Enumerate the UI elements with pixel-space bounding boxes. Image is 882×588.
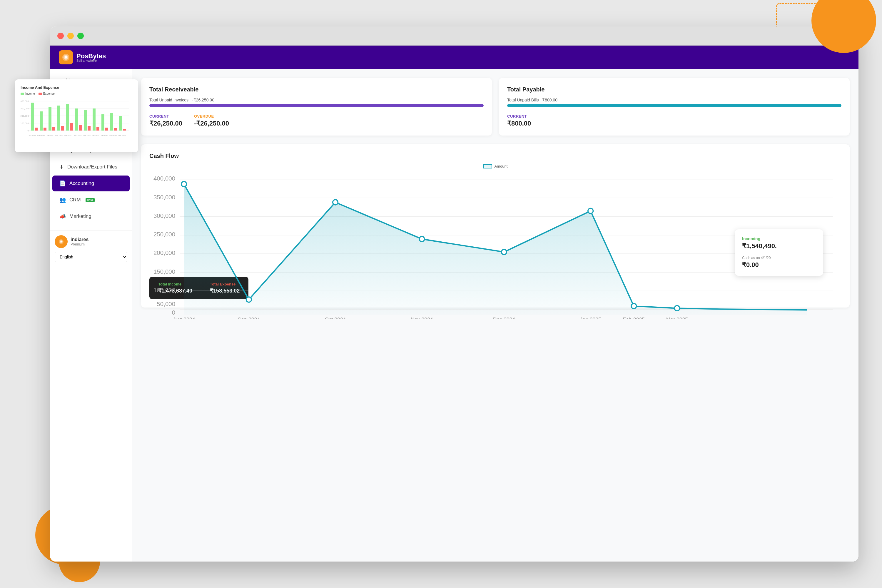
svg-text:100,000: 100,000 — [153, 286, 175, 293]
legend-box — [483, 164, 492, 168]
total-receivable-card: Total Receiveable Total Unpaid Invoices … — [141, 78, 492, 135]
svg-rect-43 — [48, 107, 51, 130]
mini-chart-svg: 400,000 300,000 200,000 100,000 0 Apr 20… — [21, 98, 132, 145]
svg-text:Oct 2024: Oct 2024 — [74, 134, 82, 136]
income-legend-label: Income — [25, 92, 35, 95]
svg-text:Aug 2024: Aug 2024 — [173, 316, 195, 319]
payable-progress — [507, 104, 842, 107]
expense-legend-color — [39, 93, 42, 95]
main-content: Total Receiveable Total Unpaid Invoices … — [132, 69, 858, 561]
sidebar-item-accounting[interactable]: 📄 Accounting — [52, 176, 130, 191]
cash-value: ₹0.00 — [742, 261, 816, 269]
browser-dot-maximize[interactable] — [77, 33, 84, 39]
legend-label: Amount — [495, 164, 508, 168]
svg-rect-42 — [40, 111, 43, 130]
svg-text:May 2024: May 2024 — [38, 134, 45, 136]
svg-rect-46 — [75, 108, 78, 130]
data-point-6 — [588, 208, 593, 214]
svg-text:Oct 2024: Oct 2024 — [325, 316, 346, 319]
user-name: indiares — [70, 237, 88, 242]
svg-point-2 — [64, 56, 67, 58]
receivable-overdue-value: -₹26,250.00 — [194, 120, 229, 127]
sidebar-item-download[interactable]: ⬇ Download/Export Files — [52, 159, 130, 175]
svg-rect-50 — [110, 113, 113, 130]
receivable-overdue-label: OVERDUE — [194, 114, 229, 118]
user-details: indiares Premium — [70, 237, 88, 246]
incoming-label: Incoming — [742, 236, 816, 241]
browser-chrome — [50, 27, 858, 46]
receivable-progress — [149, 104, 484, 107]
svg-text:Jul 2024: Jul 2024 — [47, 134, 54, 136]
svg-text:Dec 2024: Dec 2024 — [493, 316, 515, 319]
content-area: ⌂ Home ◷ Dashboard 🛒 Sales 📊 Reports — [50, 69, 858, 561]
language-select[interactable]: English Hindi Tamil — [55, 252, 127, 262]
svg-text:Jan 2025: Jan 2025 — [580, 316, 601, 319]
download-icon: ⬇ — [59, 164, 64, 170]
svg-rect-52 — [35, 128, 38, 130]
payable-current-label: CURRENT — [507, 114, 531, 118]
browser-dot-minimize[interactable] — [68, 33, 74, 39]
data-point-4 — [419, 236, 424, 242]
mini-legend-income: Income — [21, 92, 35, 95]
payable-current: CURRENT ₹800.00 — [507, 114, 531, 127]
sidebar-user-area: indiares Premium English Hindi Tamil — [50, 230, 132, 267]
svg-text:Jan 2025: Jan 2025 — [101, 134, 108, 136]
mini-chart-title: Income And Expense — [21, 85, 132, 90]
payable-current-value: ₹800.00 — [507, 120, 531, 127]
svg-text:0: 0 — [172, 309, 175, 316]
summary-cards-row: Total Receiveable Total Unpaid Invoices … — [141, 78, 850, 135]
svg-text:50,000: 50,000 — [157, 300, 175, 307]
svg-text:400,000: 400,000 — [21, 100, 29, 103]
incoming-card: Incoming ₹1,540,490. Cash as on 4/1/20 ₹… — [735, 230, 823, 276]
browser-dot-close[interactable] — [57, 33, 64, 39]
svg-text:Mar 2025: Mar 2025 — [118, 134, 126, 136]
receivable-progress-fill — [149, 104, 484, 107]
svg-rect-51 — [119, 116, 122, 130]
mini-chart-card: Income And Expense Income Expense 400,00… — [15, 80, 138, 152]
data-point-7 — [631, 303, 636, 309]
svg-rect-53 — [44, 128, 46, 130]
sidebar-item-crm[interactable]: 👥 CRM beta — [52, 192, 130, 208]
svg-rect-48 — [93, 108, 96, 130]
logo-icon — [59, 50, 73, 64]
data-point-5 — [502, 249, 507, 255]
svg-text:Sep 2024: Sep 2024 — [238, 316, 260, 319]
svg-rect-44 — [57, 105, 60, 130]
sidebar-item-marketing[interactable]: 📣 Marketing — [52, 208, 130, 224]
cashflow-card: Cash Flow Amount 400,000 350,000 300,000… — [141, 144, 850, 308]
svg-rect-62 — [123, 129, 126, 130]
sidebar-label-marketing: Marketing — [69, 213, 92, 219]
svg-text:Nov 2024: Nov 2024 — [64, 134, 72, 136]
accounting-icon: 📄 — [59, 180, 66, 187]
sidebar-label-download: Download/Export Files — [68, 164, 117, 170]
crm-icon: 👥 — [59, 196, 66, 203]
svg-rect-58 — [88, 126, 90, 130]
receivable-stats: CURRENT ₹26,250.00 OVERDUE -₹26,250.00 — [149, 114, 484, 127]
payable-title: Total Payable — [507, 86, 842, 93]
cash-date-label: Cash as on 4/1/20 — [742, 256, 816, 260]
browser-window: PosBytes Sell anywhere ⌂ Home ◷ Dashboar… — [50, 27, 858, 561]
svg-text:0: 0 — [28, 129, 29, 132]
app-layout: PosBytes Sell anywhere ⌂ Home ◷ Dashboar… — [50, 46, 858, 561]
receivable-current-label: CURRENT — [149, 114, 182, 118]
svg-rect-49 — [101, 114, 104, 130]
svg-text:350,000: 350,000 — [153, 194, 175, 201]
top-navbar: PosBytes Sell anywhere — [50, 46, 858, 69]
crm-beta-badge: beta — [86, 198, 94, 202]
sidebar-label-accounting: Accounting — [69, 180, 94, 186]
payable-progress-fill — [507, 104, 842, 107]
income-legend-color — [21, 93, 24, 95]
svg-text:250,000: 250,000 — [153, 231, 175, 237]
svg-text:Mar 2025: Mar 2025 — [666, 316, 688, 319]
receivable-title: Total Receiveable — [149, 86, 484, 93]
svg-rect-54 — [52, 127, 55, 130]
sidebar-label-crm: CRM — [69, 197, 81, 203]
data-point-8 — [674, 306, 680, 311]
logo-text-group: PosBytes Sell anywhere — [76, 52, 106, 62]
receivable-current: CURRENT ₹26,250.00 — [149, 114, 182, 127]
logo-area: PosBytes Sell anywhere — [59, 50, 106, 64]
payable-stats: CURRENT ₹800.00 — [507, 114, 842, 127]
svg-text:Apr 2024: Apr 2024 — [29, 134, 36, 136]
svg-text:300,000: 300,000 — [153, 212, 175, 219]
svg-rect-56 — [70, 123, 73, 130]
